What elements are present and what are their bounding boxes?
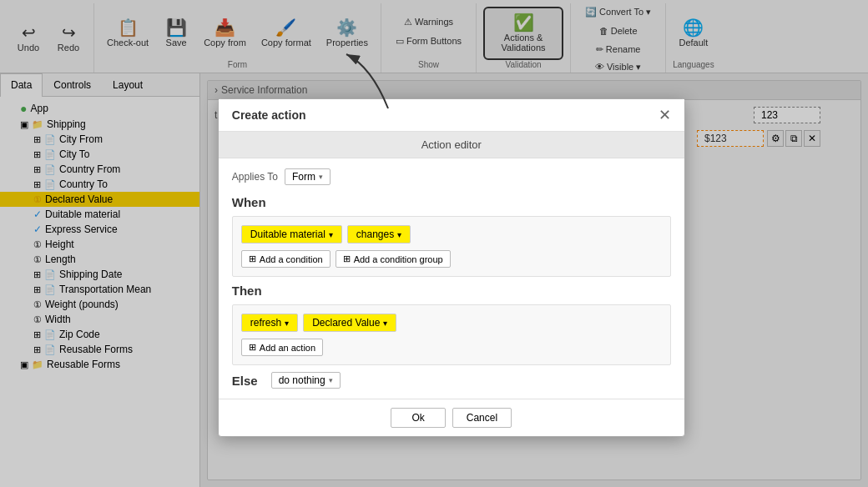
- add-condition-button[interactable]: ⊞ Add a condition: [241, 250, 331, 268]
- else-value: do nothing: [279, 374, 326, 386]
- dropdown-arrow-icon: ▾: [319, 173, 323, 181]
- applies-to-row: Applies To Form ▾: [232, 168, 671, 185]
- add-condition-label: Add a condition: [260, 254, 323, 264]
- action-target-arrow: ▾: [383, 319, 387, 328]
- then-box: refresh ▾ Declared Value ▾ ⊞ Add an acti…: [232, 304, 671, 365]
- dialog-title: Create action: [232, 108, 306, 122]
- add-action-button[interactable]: ⊞ Add an action: [241, 339, 323, 356]
- else-label: Else: [232, 374, 258, 388]
- condition-row: Duitable material ▾ changes ▾: [241, 225, 662, 243]
- ok-button[interactable]: Ok: [391, 408, 445, 428]
- condition-op-arrow: ▾: [397, 230, 401, 239]
- create-action-dialog: Create action ✕ Action editor Applies To…: [218, 98, 685, 437]
- when-label: When: [232, 195, 671, 209]
- dialog-body: Action editor Applies To Form ▾ When Dui…: [219, 132, 684, 436]
- condition-op-tag[interactable]: changes ▾: [347, 225, 411, 243]
- dialog-content: Applies To Form ▾ When Duitable material…: [219, 158, 684, 399]
- add-action-label: Add an action: [260, 343, 315, 353]
- applies-to-value: Form: [292, 171, 315, 183]
- then-label: Then: [232, 284, 671, 298]
- action-type-arrow: ▾: [285, 319, 289, 328]
- condition-field-tag[interactable]: Duitable material ▾: [241, 225, 342, 243]
- condition-field-label: Duitable material: [250, 228, 326, 240]
- add-condition-group-button[interactable]: ⊞ Add a condition group: [336, 250, 451, 268]
- condition-field-arrow: ▾: [329, 230, 333, 239]
- condition-buttons: ⊞ Add a condition ⊞ Add a condition grou…: [241, 250, 662, 268]
- action-type-label: refresh: [250, 317, 281, 329]
- add-action-icon: ⊞: [249, 342, 256, 353]
- applies-to-label: Applies To: [232, 171, 278, 183]
- action-type-tag[interactable]: refresh ▾: [241, 314, 298, 332]
- action-target-tag[interactable]: Declared Value ▾: [303, 314, 396, 332]
- add-condition-group-label: Add a condition group: [354, 254, 443, 264]
- action-editor-title: Action editor: [421, 138, 482, 151]
- condition-op-label: changes: [356, 228, 394, 240]
- dialog-close-button[interactable]: ✕: [659, 108, 671, 123]
- add-cond-icon: ⊞: [249, 254, 256, 264]
- dialog-title-bar: Create action ✕: [219, 99, 684, 132]
- when-condition-box: Duitable material ▾ changes ▾ ⊞ Add a co…: [232, 216, 671, 277]
- action-editor-header: Action editor: [219, 132, 684, 158]
- action-target-label: Declared Value: [312, 317, 380, 329]
- else-row: Else do nothing ▾: [232, 372, 671, 389]
- add-action-buttons: ⊞ Add an action: [241, 339, 662, 356]
- add-group-icon: ⊞: [343, 254, 351, 264]
- action-row: refresh ▾ Declared Value ▾: [241, 314, 662, 332]
- cancel-button[interactable]: Cancel: [452, 408, 512, 428]
- applies-to-dropdown[interactable]: Form ▾: [285, 168, 331, 185]
- dialog-footer: Ok Cancel: [219, 399, 684, 436]
- else-dropdown[interactable]: do nothing ▾: [271, 372, 341, 389]
- else-arrow-icon: ▾: [329, 376, 333, 384]
